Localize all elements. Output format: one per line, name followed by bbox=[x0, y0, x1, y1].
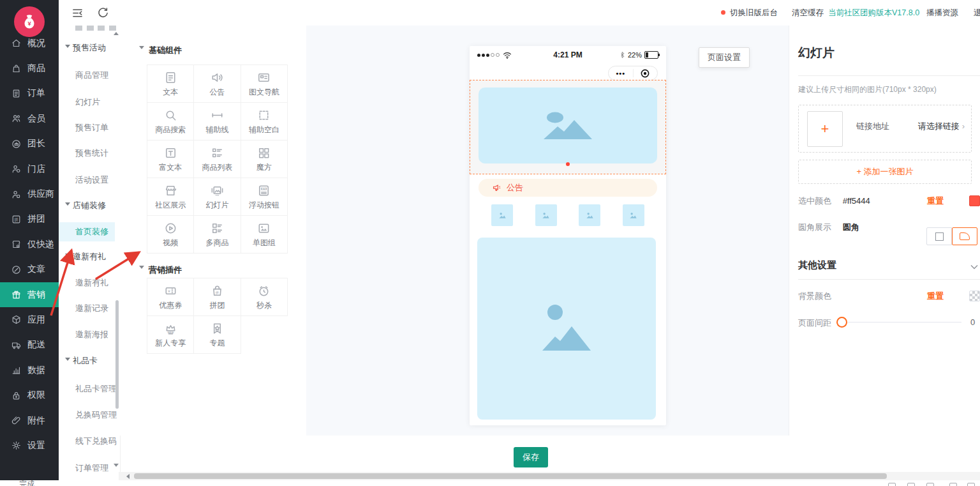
component-image-text-nav[interactable]: 图文导航 bbox=[241, 65, 288, 103]
reset-bg-color-button[interactable]: 重置 bbox=[927, 291, 944, 302]
resource-link[interactable]: 播播资源 bbox=[926, 0, 958, 26]
battery-percent: 22% bbox=[628, 51, 642, 59]
submenu-item-goods-manage[interactable]: 商品管理 bbox=[59, 66, 115, 85]
page-settings-button[interactable]: 页面设置 bbox=[699, 47, 750, 68]
clipped-topbar-link[interactable]: 退 bbox=[974, 0, 980, 26]
refresh-icon[interactable] bbox=[97, 7, 109, 19]
submenu-item-slideshow[interactable]: 幻灯片 bbox=[59, 93, 115, 112]
page-gap-slider-handle[interactable] bbox=[836, 317, 847, 328]
rounded-corner-button[interactable] bbox=[952, 227, 977, 245]
component-group-buy[interactable]: 拼拼团 bbox=[194, 278, 241, 316]
component-notice[interactable]: 公告 bbox=[194, 65, 241, 103]
sidebar-item-overview[interactable]: 概况 bbox=[0, 31, 59, 56]
sidebar-item-groupbuy[interactable]: 拼拼团 bbox=[0, 207, 59, 232]
switch-old-backend-link[interactable]: 切换旧版后台 bbox=[721, 0, 778, 26]
horizontal-scrollbar-thumb[interactable] bbox=[134, 473, 887, 479]
slide-item-card: + 链接地址 请选择链接› bbox=[798, 105, 972, 153]
component-floating-button[interactable]: BTN浮动按钮 bbox=[241, 178, 288, 216]
sidebar-item-apps[interactable]: 应用 bbox=[0, 307, 59, 332]
submenu-item-presale-orders[interactable]: 预售订单 bbox=[59, 118, 115, 137]
slide-image-placeholder bbox=[479, 87, 657, 163]
submenu-item-redeem-manage[interactable]: 兑换码管理 bbox=[59, 406, 115, 425]
component-rich-text[interactable]: 富文本 bbox=[147, 140, 194, 178]
bg-color-swatch[interactable] bbox=[969, 291, 980, 301]
single-image-component[interactable] bbox=[477, 238, 656, 420]
component-single-image[interactable]: 单图组 bbox=[241, 216, 288, 254]
clear-cache-link[interactable]: 清空缓存 bbox=[792, 0, 824, 26]
submenu-item-home-decoration[interactable]: 首页装修 bbox=[59, 222, 115, 241]
basic-components-header[interactable]: 基础组件 bbox=[139, 45, 182, 56]
save-button[interactable]: 保存 bbox=[514, 447, 548, 467]
upload-image-button[interactable]: + bbox=[807, 111, 843, 147]
sidebar-item-goods[interactable]: 商品 bbox=[0, 56, 59, 80]
component-blank-space[interactable]: 辅助空白 bbox=[241, 103, 288, 140]
slideshow-component-selected[interactable] bbox=[470, 80, 666, 174]
wifi-icon bbox=[503, 52, 512, 59]
collapse-menu-icon[interactable] bbox=[71, 7, 84, 19]
submenu-item-invite-reward[interactable]: 邀新有礼 bbox=[59, 273, 115, 292]
page-gap-slider-track[interactable] bbox=[848, 322, 961, 323]
selected-color-swatch[interactable] bbox=[969, 195, 980, 206]
slideshow-icon bbox=[210, 183, 225, 198]
alarm-clock-icon bbox=[256, 284, 271, 298]
other-settings-header[interactable]: 其他设置 bbox=[798, 259, 836, 271]
sidebar-item-members[interactable]: 会员 bbox=[0, 106, 59, 131]
lock-icon bbox=[11, 390, 22, 401]
scroll-up-arrow[interactable] bbox=[114, 29, 119, 35]
component-goods-list[interactable]: 商品列表 bbox=[194, 140, 241, 178]
submenu-item-invite-poster[interactable]: 邀新海报 bbox=[59, 325, 115, 344]
submenu-item-invite-records[interactable]: 邀新记录 bbox=[59, 299, 115, 318]
scroll-left-arrow[interactable] bbox=[124, 474, 130, 479]
add-image-button[interactable]: + 添加一张图片 bbox=[798, 160, 972, 184]
component-flash-sale[interactable]: 秒杀 bbox=[241, 278, 288, 316]
square-icon bbox=[935, 232, 944, 241]
sidebar-item-data[interactable]: 数据 bbox=[0, 358, 59, 383]
sidebar-item-orders[interactable]: 订单 bbox=[0, 81, 59, 106]
submenu-item-order-manage[interactable]: 订单管理 bbox=[59, 459, 115, 478]
sidebar-item-marketing[interactable]: 营销 bbox=[0, 282, 59, 307]
component-topic[interactable]: 专题 bbox=[194, 316, 241, 354]
component-slideshow[interactable]: 幻灯片 bbox=[194, 178, 241, 216]
component-goods-search[interactable]: 商品搜索 bbox=[147, 103, 194, 140]
component-coupon[interactable]: ¥优惠券 bbox=[147, 278, 194, 316]
shopfront-icon bbox=[163, 183, 178, 198]
submenu-item-activity-settings[interactable]: 活动设置 bbox=[59, 171, 115, 190]
component-divider-line[interactable]: 辅助线 bbox=[194, 103, 241, 140]
scroll-down-arrow[interactable] bbox=[114, 464, 119, 469]
chevron-right-icon: › bbox=[962, 121, 965, 131]
gear-icon bbox=[11, 440, 22, 451]
gift-icon bbox=[11, 289, 22, 300]
caret-down-icon bbox=[139, 266, 144, 271]
component-magic-cube[interactable]: 魔方 bbox=[241, 140, 288, 178]
choose-link-button[interactable]: 请选择链接› bbox=[918, 121, 965, 132]
chevron-down-icon[interactable] bbox=[970, 264, 978, 270]
clipped-menu-item[interactable] bbox=[75, 26, 116, 31]
sidebar-item-express[interactable]: 仅快递 bbox=[0, 232, 59, 257]
sidebar-item-attachments[interactable]: 附件 bbox=[0, 408, 59, 433]
sidebar-item-articles[interactable]: 文章 bbox=[0, 257, 59, 282]
submenu-item-presale-stats[interactable]: 预售统计 bbox=[59, 144, 115, 163]
notice-component[interactable]: 公告 bbox=[479, 179, 657, 197]
submenu-group-presale[interactable]: 预售活动 bbox=[59, 38, 115, 57]
submenu-group-shop-decoration[interactable]: 店铺装修 bbox=[59, 196, 115, 215]
marketing-plugins-header[interactable]: 营销插件 bbox=[139, 264, 182, 276]
sidebar-item-supplier[interactable]: 供应商 bbox=[0, 181, 59, 206]
submenu-group-giftcard[interactable]: 礼品卡 bbox=[59, 351, 115, 370]
submenu-group-invite[interactable]: 邀新有礼 bbox=[59, 247, 115, 266]
sidebar-item-store[interactable]: 门店 bbox=[0, 156, 59, 181]
submenu-item-offline-redeem[interactable]: 线下兑换码 bbox=[59, 432, 115, 451]
sidebar-item-delivery[interactable]: 配送 bbox=[0, 333, 59, 358]
sidebar-item-settings[interactable]: 设置 bbox=[0, 433, 59, 458]
submenu-item-giftcard-manage[interactable]: 礼品卡管理 bbox=[59, 379, 115, 399]
component-newbie-exclusive[interactable]: NEW新人专享 bbox=[147, 316, 194, 354]
component-text[interactable]: 文本 bbox=[147, 65, 194, 103]
component-multi-goods[interactable]: 多商品 bbox=[194, 216, 241, 254]
component-video[interactable]: 视频 bbox=[147, 216, 194, 254]
square-corner-button[interactable] bbox=[926, 227, 952, 245]
component-community-display[interactable]: 社区展示 bbox=[147, 178, 194, 216]
sidebar-item-permissions[interactable]: 权限 bbox=[0, 383, 59, 407]
nav-image-placeholder bbox=[535, 204, 557, 226]
sidebar-item-leader[interactable]: 团长 bbox=[0, 132, 59, 156]
image-nav-component[interactable] bbox=[479, 204, 657, 226]
reset-selected-color-button[interactable]: 重置 bbox=[927, 195, 944, 207]
